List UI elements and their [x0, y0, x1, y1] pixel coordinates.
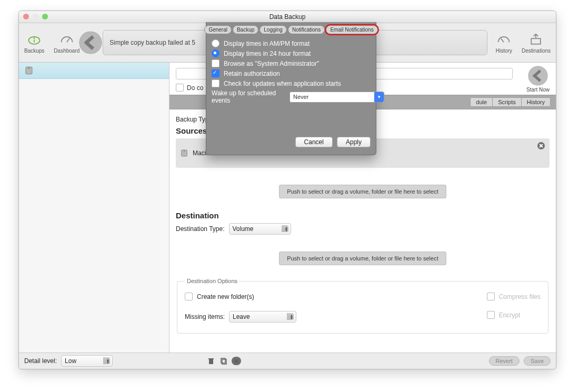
duplicate-button[interactable]	[219, 357, 228, 365]
close-circle-icon	[537, 142, 545, 150]
svg-point-9	[528, 66, 548, 86]
radio-icon	[212, 39, 219, 47]
apply-button[interactable]: Apply	[337, 137, 371, 147]
select-value: Leave	[233, 313, 250, 320]
traffic-lights	[23, 14, 48, 19]
wake-select[interactable]: Never ▾	[290, 92, 384, 103]
sheet-tab-email-notifications[interactable]: Email Notifications	[326, 25, 377, 34]
svg-line-5	[501, 38, 504, 42]
missing-items-label: Missing items:	[185, 313, 225, 320]
missing-items-select[interactable]: Leave ▴▾	[229, 311, 296, 323]
copy-icon	[220, 357, 227, 365]
toolbar-item-backups[interactable]: Backups	[24, 32, 44, 54]
preferences-sheet: General Backup Logging Notifications Ema…	[206, 22, 376, 155]
wake-label: Wake up for scheduled events	[212, 89, 285, 104]
checkbox-icon	[185, 293, 193, 300]
sheet-body: Display times in AM/PM format Display ti…	[206, 35, 376, 107]
destination-type-select[interactable]: Volume ▴▾	[229, 223, 291, 235]
backup-type-label: Backup Typ	[176, 116, 208, 123]
sheet-tab-backup[interactable]: Backup	[233, 25, 258, 34]
sheet-footer: Cancel Apply	[206, 107, 376, 149]
radio-label: Display times in AM/PM format	[224, 40, 310, 47]
retain-auth-checkbox[interactable]: Retain authorization	[212, 69, 371, 77]
time-format-24h-radio[interactable]: Display times in 24 hour format	[212, 49, 371, 57]
detail-level-label: Detail level:	[24, 357, 57, 365]
segment-history[interactable]: History	[522, 98, 550, 106]
toolbar-item-label: History	[496, 48, 512, 54]
chevron-updown-icon: ▾	[374, 92, 384, 102]
start-now-button[interactable]: Start Now	[522, 65, 554, 93]
minimize-window-button[interactable]	[33, 14, 38, 19]
toolbar-item-label: Destinations	[522, 48, 551, 54]
drop-hint-label: Push to select or drag a volume, folder …	[279, 252, 446, 265]
destination-type-row: Destination Type: Volume ▴▾	[176, 223, 550, 235]
svg-point-4	[79, 32, 102, 54]
mac-hd-icon	[24, 66, 34, 75]
checkbox-icon	[487, 293, 495, 300]
gauge-icon	[59, 32, 74, 47]
check-updates-checkbox[interactable]: Check for updates when application start…	[212, 79, 371, 87]
chevron-updown-icon: ▴▾	[285, 226, 287, 232]
sheet-tab-logging[interactable]: Logging	[259, 25, 287, 34]
toolbar-item-label: Backups	[24, 48, 44, 54]
toolbar-item-destinations[interactable]: Destinations	[522, 32, 551, 54]
select-value: Low	[65, 357, 76, 365]
save-button[interactable]: Save	[524, 356, 551, 366]
arrow-left-circle-icon	[527, 65, 549, 87]
checkbox-icon	[212, 59, 219, 67]
revert-button[interactable]: Revert	[489, 356, 520, 366]
checkbox-icon	[487, 311, 495, 319]
source-drop-area[interactable]: Push to select or drag a volume, folder …	[176, 185, 550, 198]
cloud-info-icon	[27, 32, 42, 47]
mac-hd-icon	[180, 149, 188, 157]
close-window-button[interactable]	[23, 14, 29, 19]
checkbox-label: Do co	[187, 84, 203, 92]
box-arrow-icon	[528, 32, 543, 47]
select-value: Never	[293, 94, 308, 100]
svg-rect-6	[532, 38, 541, 44]
encrypt-checkbox: Encrypt	[487, 311, 541, 319]
toolbar-item-dashboard[interactable]: Dashboard	[54, 32, 79, 54]
drop-hint-label: Push to select or drag a volume, folder …	[279, 185, 446, 198]
toolbar-item-history[interactable]: History	[496, 32, 512, 54]
checkbox-label: Compress files	[499, 293, 541, 300]
checkbox-icon	[212, 79, 219, 87]
radio-icon	[212, 49, 219, 57]
segment-control: dule Scripts History	[470, 97, 551, 107]
remove-source-button[interactable]	[537, 142, 545, 152]
time-format-ampm-radio[interactable]: Display times in AM/PM format	[212, 39, 371, 47]
svg-point-8	[28, 68, 29, 69]
checkbox-label: Retain authorization	[224, 70, 280, 77]
browse-admin-checkbox[interactable]: Browse as "System Administrator"	[212, 59, 371, 67]
missing-items-row: Missing items: Leave ▴▾	[185, 311, 296, 323]
chevron-updown-icon: ▴▾	[107, 358, 109, 364]
destination-options-legend: Destination Options	[185, 278, 239, 284]
chevron-updown-icon: ▴▾	[291, 314, 293, 319]
toolbar-item-label: Dashboard	[54, 48, 79, 54]
add-button[interactable]: ＋	[232, 357, 241, 365]
destination-drop-area[interactable]: Push to select or drag a volume, folder …	[176, 252, 550, 265]
sheet-tabs: General Backup Logging Notifications Ema…	[206, 22, 376, 35]
segment-schedule[interactable]: dule	[471, 98, 493, 106]
cancel-button[interactable]: Cancel	[295, 137, 333, 147]
start-now-label: Start Now	[526, 87, 550, 93]
status-text: Simple copy backup failed at 5	[109, 39, 195, 46]
zoom-window-button[interactable]	[42, 14, 48, 19]
delete-button[interactable]	[206, 357, 216, 365]
detail-level-select[interactable]: Low ▴▾	[61, 355, 113, 367]
compress-files-checkbox: Compress files	[487, 293, 541, 300]
sidebar	[19, 63, 169, 353]
segment-scripts[interactable]: Scripts	[493, 98, 522, 106]
titlebar: Data Backup	[19, 11, 556, 23]
sheet-tab-general[interactable]: General	[204, 25, 232, 34]
create-folders-checkbox[interactable]: Create new folder(s)	[185, 293, 296, 300]
window-title: Data Backup	[269, 13, 306, 21]
checkbox-label: Encrypt	[499, 311, 521, 319]
footer-tools: ＋	[206, 357, 241, 365]
sidebar-item[interactable]	[19, 63, 169, 79]
destination-options: Destination Options Create new folder(s)…	[177, 278, 548, 334]
destination-heading: Destination	[176, 211, 550, 220]
sheet-tab-notifications[interactable]: Notifications	[288, 25, 325, 34]
trash-icon	[207, 357, 215, 365]
checkbox-label: Check for updates when application start…	[224, 80, 341, 87]
